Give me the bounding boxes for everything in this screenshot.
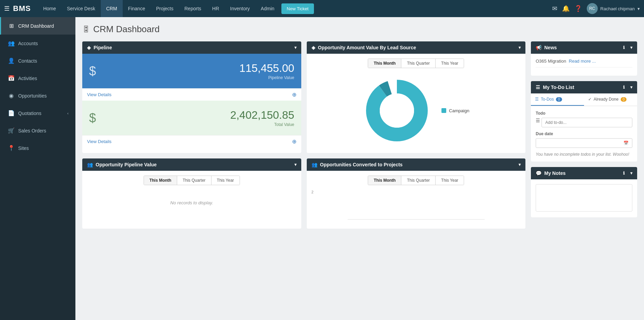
sidebar-item-label: Sales Orders	[18, 128, 69, 133]
nav-servicedesk[interactable]: Service Desk	[61, 0, 100, 17]
notes-body	[531, 179, 637, 217]
news-header: 📢 News ℹ ▾	[531, 41, 637, 54]
sidebar: ⊞ CRM Dashboard 👥 Accounts 👤 Contacts 📅 …	[0, 17, 75, 320]
user-menu[interactable]: RC Rachael chipman ▾	[587, 3, 640, 14]
avatar: RC	[587, 3, 598, 14]
nav-finance[interactable]: Finance	[123, 0, 151, 17]
sidebar-item-sales-orders[interactable]: 🛒 Sales Orders	[0, 122, 75, 139]
opp-converted-tab-this-quarter[interactable]: This Quarter	[401, 176, 436, 185]
sidebar-item-label: Quotations	[18, 111, 64, 116]
nav-right-icons: ✉ 🔔 ❓ RC Rachael chipman ▾	[552, 3, 640, 14]
news-info-icon[interactable]: ℹ	[623, 45, 625, 50]
nav-inventory[interactable]: Inventory	[224, 0, 255, 17]
total-value-info: 2,402,150.85 Total Value	[100, 109, 294, 127]
todo-tab-done[interactable]: ✓ Already Done 0	[584, 93, 637, 106]
view-details-row-1: View Details ⊕	[82, 88, 301, 101]
due-date-input[interactable]: 📅	[536, 138, 632, 148]
sidebar-item-label: Contacts	[18, 58, 69, 64]
nav-hr[interactable]: HR	[207, 0, 224, 17]
opp-pipeline-title: Opportunity Pipeline Value	[96, 162, 292, 167]
page-title-row: 🎛 CRM Dashboard	[82, 24, 637, 35]
bar-chart	[312, 195, 521, 223]
news-item-text: O365 Migration	[536, 59, 566, 64]
notes-textarea[interactable]	[536, 184, 632, 212]
todo-chevron-icon[interactable]: ▾	[630, 85, 632, 90]
dashboard-icon: ⊞	[8, 23, 15, 29]
sidebar-item-contacts[interactable]: 👤 Contacts	[0, 52, 75, 69]
mail-icon[interactable]: ✉	[552, 5, 557, 12]
contacts-icon: 👤	[8, 57, 15, 64]
view-details-link-2[interactable]: View Details	[87, 139, 111, 144]
legend-label-campaign: Campaign	[449, 108, 469, 113]
opp-pipeline-chevron-icon[interactable]: ▾	[294, 162, 296, 167]
opp-amount-tab-this-year[interactable]: This Year	[436, 59, 464, 68]
notes-icon: 💬	[536, 170, 542, 176]
pipeline-icon: ◈	[87, 45, 91, 50]
help-icon[interactable]: ❓	[574, 5, 582, 12]
logo: BMS	[13, 4, 31, 13]
todo-input-icon: ☰	[536, 118, 540, 127]
opp-converted-tab-this-year[interactable]: This Year	[436, 176, 464, 185]
quotations-icon: 📄	[8, 110, 15, 116]
todo-tabs: ☰ To-Dos 0 ✓ Already Done 0	[531, 93, 637, 106]
opp-amount-tab-this-month[interactable]: This Month	[368, 59, 401, 68]
opp-converted-body: This Month This Quarter This Year 2	[307, 171, 526, 229]
sidebar-item-label: Activities	[18, 76, 69, 81]
sidebar-item-opportunities[interactable]: ◉ Opportunities	[0, 87, 75, 104]
sidebar-item-accounts[interactable]: 👥 Accounts	[0, 35, 75, 52]
opp-amount-header: ◈ Opportunity Amount Value By Lead Sourc…	[307, 41, 526, 54]
todo-card: ☰ My To-Do List ℹ ▾ ☰ To-Dos 0 ✓	[531, 81, 637, 162]
dollar-sign-icon: $	[89, 64, 96, 78]
new-ticket-button[interactable]: New Ticket	[281, 3, 314, 14]
pipeline-value-label: Pipeline Value	[100, 75, 294, 80]
nav-reports[interactable]: Reports	[179, 0, 207, 17]
dashboard-grid: ◈ Pipeline ▾ $ 115,455.00 Pipeline Value…	[82, 41, 637, 229]
opp-pipeline-tab-this-quarter[interactable]: This Quarter	[177, 176, 211, 185]
sidebar-item-crm-dashboard[interactable]: ⊞ CRM Dashboard	[0, 17, 75, 35]
opp-pipeline-tab-this-month[interactable]: This Month	[144, 176, 177, 185]
nav-projects[interactable]: Projects	[150, 0, 179, 17]
news-chevron-icon[interactable]: ▾	[630, 45, 632, 50]
notes-info-icon[interactable]: ℹ	[623, 171, 625, 176]
news-icon: 📢	[536, 45, 542, 50]
news-read-more-link[interactable]: Read more ...	[569, 59, 596, 64]
sales-orders-icon: 🛒	[8, 127, 15, 134]
notes-chevron-icon[interactable]: ▾	[630, 171, 632, 176]
bell-icon[interactable]: 🔔	[562, 5, 570, 12]
todo-info-icon[interactable]: ℹ	[623, 85, 625, 90]
nav-home[interactable]: Home	[38, 0, 61, 17]
sidebar-item-quotations[interactable]: 📄 Quotations ‹	[0, 104, 75, 122]
total-amount: 2,402,150.85	[100, 109, 294, 121]
nav-crm[interactable]: CRM	[101, 0, 123, 17]
sidebar-item-activities[interactable]: 📅 Activities	[0, 69, 75, 87]
opp-pipeline-icon: 👥	[87, 162, 93, 167]
news-item: O365 Migration Read more ...	[536, 59, 632, 67]
opp-converted-card: 👥 Opportunities Converted to Projects ▾ …	[307, 158, 526, 229]
sidebar-item-label: CRM Dashboard	[18, 23, 69, 29]
view-details-icon-1: ⊕	[292, 91, 296, 98]
opp-pipeline-tab-this-year[interactable]: This Year	[211, 176, 240, 185]
legend-color-campaign	[441, 108, 446, 113]
todo-done-badge-count: 0	[621, 97, 627, 102]
page-title: CRM Dashboard	[93, 24, 160, 35]
opp-pipeline-body: This Month This Quarter This Year No rec…	[82, 171, 301, 220]
todo-add-input[interactable]	[542, 118, 632, 127]
sidebar-item-label: Opportunities	[18, 93, 69, 99]
view-details-link-1[interactable]: View Details	[87, 92, 111, 97]
sidebar-item-sites[interactable]: 📍 Sites	[0, 139, 75, 157]
nav-admin[interactable]: Admin	[255, 0, 280, 17]
pipeline-values: $ 115,455.00 Pipeline Value View Details…	[82, 54, 301, 148]
sidebar-item-label: Accounts	[18, 41, 69, 46]
calendar-icon: 📅	[623, 141, 629, 145]
pipeline-chevron-icon[interactable]: ▾	[294, 45, 296, 50]
opp-converted-tab-this-month[interactable]: This Month	[368, 176, 401, 185]
opp-amount-chevron-icon[interactable]: ▾	[519, 45, 521, 50]
todo-todo-label: Todo	[536, 111, 632, 116]
hamburger-icon[interactable]: ☰	[4, 5, 10, 12]
opp-amount-icon: ◈	[312, 45, 315, 50]
todo-tab-todos[interactable]: ☰ To-Dos 0	[531, 93, 584, 106]
activities-icon: 📅	[8, 75, 15, 81]
opp-amount-tab-this-quarter[interactable]: This Quarter	[401, 59, 436, 68]
opp-converted-chevron-icon[interactable]: ▾	[519, 162, 521, 167]
opp-converted-tabs: This Month This Quarter This Year	[368, 176, 464, 185]
